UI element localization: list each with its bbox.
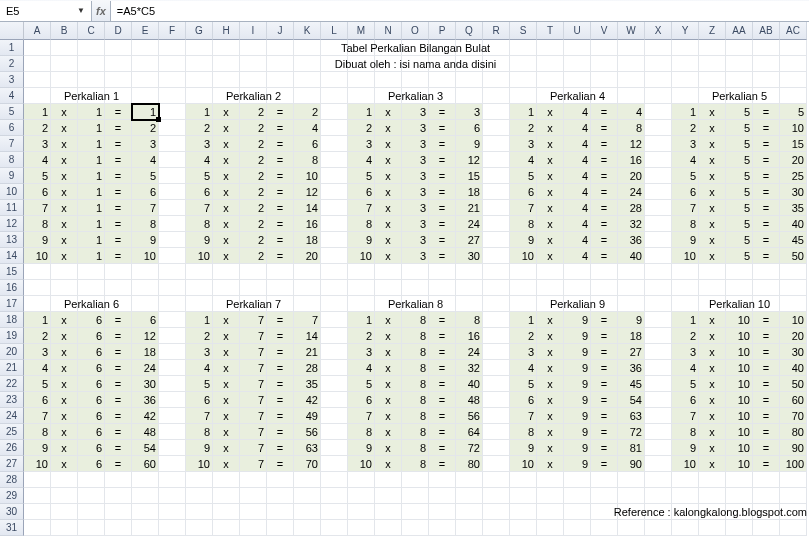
cell[interactable]	[510, 520, 537, 536]
cell[interactable]	[159, 440, 186, 456]
cell[interactable]	[483, 376, 510, 392]
cell[interactable]	[780, 56, 807, 72]
cell[interactable]	[645, 328, 672, 344]
data-cell[interactable]: 7	[240, 456, 267, 472]
data-cell[interactable]: 9	[564, 424, 591, 440]
cell[interactable]	[294, 40, 321, 56]
cell[interactable]	[591, 504, 618, 520]
cell[interactable]: Dibuat oleh : isi nama anda disini	[24, 56, 51, 72]
cell[interactable]	[159, 72, 186, 88]
data-cell[interactable]: 1	[186, 312, 213, 328]
data-cell[interactable]: 3	[510, 344, 537, 360]
data-cell[interactable]: 5	[726, 120, 753, 136]
cell[interactable]	[294, 264, 321, 280]
cell[interactable]	[321, 248, 348, 264]
row-header[interactable]: 29	[0, 488, 24, 504]
cell[interactable]	[429, 264, 456, 280]
cell[interactable]	[699, 296, 726, 312]
row-header[interactable]: 28	[0, 472, 24, 488]
cell[interactable]	[672, 520, 699, 536]
data-cell[interactable]: x	[699, 248, 726, 264]
data-cell[interactable]: 10	[726, 344, 753, 360]
data-cell[interactable]: =	[591, 344, 618, 360]
cell[interactable]	[672, 72, 699, 88]
data-cell[interactable]: 7	[24, 408, 51, 424]
cell[interactable]	[726, 504, 753, 520]
cell[interactable]	[294, 488, 321, 504]
data-cell[interactable]: 3	[402, 232, 429, 248]
data-cell[interactable]: 1	[78, 232, 105, 248]
cell[interactable]	[51, 504, 78, 520]
data-cell[interactable]: 8	[348, 424, 375, 440]
row-header[interactable]: 12	[0, 216, 24, 232]
cell[interactable]	[402, 264, 429, 280]
data-cell[interactable]: x	[213, 360, 240, 376]
data-cell[interactable]: 3	[348, 344, 375, 360]
data-cell[interactable]: x	[51, 440, 78, 456]
data-cell[interactable]: =	[105, 344, 132, 360]
data-cell[interactable]: =	[429, 184, 456, 200]
column-header[interactable]: E	[132, 22, 159, 40]
cell[interactable]	[429, 296, 456, 312]
cell[interactable]	[483, 136, 510, 152]
data-cell[interactable]: 2	[240, 152, 267, 168]
cell[interactable]	[132, 504, 159, 520]
cell[interactable]	[645, 408, 672, 424]
cell[interactable]: Perkalian 1	[24, 88, 51, 104]
data-cell[interactable]: 12	[456, 152, 483, 168]
data-cell[interactable]: 8	[510, 216, 537, 232]
column-header[interactable]: R	[483, 22, 510, 40]
data-cell[interactable]: 81	[618, 440, 645, 456]
column-header[interactable]: C	[78, 22, 105, 40]
cell[interactable]	[645, 120, 672, 136]
data-cell[interactable]: 6	[132, 184, 159, 200]
cell[interactable]	[267, 520, 294, 536]
data-cell[interactable]: 8	[402, 408, 429, 424]
cell[interactable]	[375, 56, 402, 72]
data-cell[interactable]: =	[753, 360, 780, 376]
data-cell[interactable]: 8	[402, 312, 429, 328]
cell[interactable]	[294, 520, 321, 536]
cell[interactable]	[78, 296, 105, 312]
data-cell[interactable]: =	[105, 456, 132, 472]
data-cell[interactable]: 7	[186, 200, 213, 216]
data-cell[interactable]: =	[267, 152, 294, 168]
cell[interactable]	[645, 136, 672, 152]
cell[interactable]	[267, 280, 294, 296]
row-header[interactable]: 13	[0, 232, 24, 248]
cell[interactable]	[105, 40, 132, 56]
data-cell[interactable]: 4	[564, 184, 591, 200]
cell[interactable]	[240, 280, 267, 296]
data-cell[interactable]: 1	[24, 312, 51, 328]
cell[interactable]	[483, 216, 510, 232]
data-cell[interactable]: x	[699, 312, 726, 328]
cell[interactable]: Perkalian 3	[348, 88, 375, 104]
row-header[interactable]: 8	[0, 152, 24, 168]
data-cell[interactable]: 36	[618, 232, 645, 248]
selected-cell[interactable]: 1	[132, 104, 159, 120]
data-cell[interactable]: 4	[564, 120, 591, 136]
cell[interactable]	[213, 472, 240, 488]
data-cell[interactable]: 72	[618, 424, 645, 440]
column-header[interactable]: T	[537, 22, 564, 40]
data-cell[interactable]: =	[753, 424, 780, 440]
data-cell[interactable]: =	[105, 392, 132, 408]
data-cell[interactable]: =	[753, 120, 780, 136]
data-cell[interactable]: x	[51, 184, 78, 200]
data-cell[interactable]: =	[753, 376, 780, 392]
cell[interactable]	[456, 472, 483, 488]
cell[interactable]	[726, 488, 753, 504]
cell[interactable]	[321, 328, 348, 344]
cell[interactable]	[645, 312, 672, 328]
cell[interactable]	[429, 56, 456, 72]
data-cell[interactable]: 40	[456, 376, 483, 392]
data-cell[interactable]: =	[591, 168, 618, 184]
data-cell[interactable]: 8	[24, 216, 51, 232]
cell[interactable]	[375, 504, 402, 520]
cell[interactable]	[429, 40, 456, 56]
cell[interactable]	[780, 472, 807, 488]
cell[interactable]	[645, 296, 672, 312]
cell[interactable]	[240, 472, 267, 488]
cell[interactable]	[564, 488, 591, 504]
data-cell[interactable]: x	[699, 440, 726, 456]
